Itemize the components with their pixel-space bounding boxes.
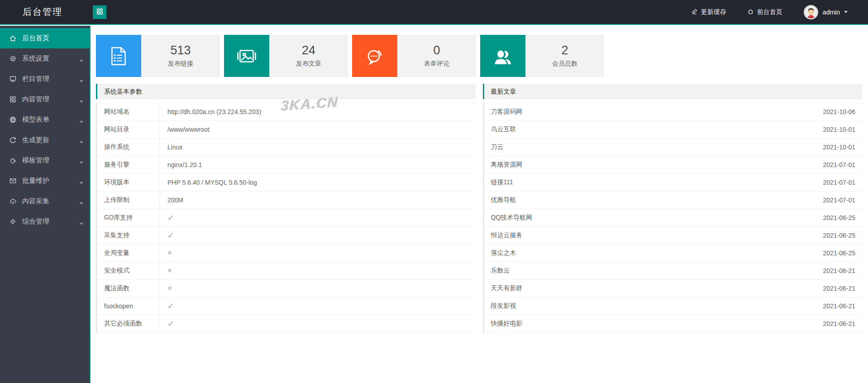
- avatar: [803, 5, 819, 20]
- article-list-item[interactable]: 刀客源码网 2021-10-06: [484, 103, 863, 121]
- table-row: 操作系统 Linux: [97, 139, 476, 156]
- home-icon: [747, 8, 754, 16]
- document-icon: [96, 35, 141, 77]
- latest-articles-list: 刀客源码网 2021-10-06 乌云互联 2021-10-01 刀云 2021…: [483, 103, 863, 333]
- article-title: 天天有新群: [491, 284, 523, 292]
- stat-label: 发布文章: [296, 60, 321, 68]
- article-list-item[interactable]: 快播好电影 2021-06-21: [484, 315, 863, 333]
- article-date: 2021-06-21: [823, 302, 855, 310]
- stat-card-articles: 24 发布文章: [224, 35, 348, 77]
- sidebar-item-columns[interactable]: 栏目管理: [0, 69, 90, 89]
- param-label: 全局变量: [97, 244, 160, 262]
- article-title: 乐数云: [491, 267, 510, 275]
- sidebar-item-content[interactable]: 内容管理: [0, 89, 90, 110]
- sidebar-item-collect[interactable]: 内容采集: [0, 191, 90, 211]
- sidebar-toggle-button[interactable]: [93, 5, 106, 19]
- image-icon: [224, 35, 269, 77]
- table-row: 安全模式 ×: [97, 262, 476, 280]
- param-value: nginx/1.20.1: [160, 156, 476, 173]
- chevron-down-icon: [80, 141, 83, 145]
- article-title: 优雅导航: [491, 196, 516, 204]
- chevron-down-icon: [80, 121, 83, 125]
- param-label: 网站目录: [97, 121, 160, 138]
- param-value: ×: [160, 244, 476, 262]
- param-label: 服务引擎: [97, 156, 160, 173]
- param-label: 魔法函数: [97, 280, 160, 297]
- chevron-down-icon: [844, 11, 848, 15]
- article-list-item[interactable]: 段友影视 2021-06-21: [484, 297, 863, 315]
- refresh-cache-button[interactable]: 更新缓存: [691, 8, 726, 16]
- article-list-item[interactable]: 链接111 2021-07-01: [484, 174, 863, 192]
- stat-label: 发布链接: [168, 60, 193, 68]
- app-title: 后台管理: [0, 6, 91, 18]
- article-date: 2021-10-06: [823, 108, 855, 115]
- param-value: PHP 5.6.40 / MYSQL 5.6.50-log: [160, 174, 476, 191]
- table-row: GD库支持 ✓: [97, 209, 476, 227]
- globe-icon: [9, 116, 17, 124]
- sidebar-item-dashboard[interactable]: 后台首页: [0, 28, 90, 48]
- sidebar-item-batch[interactable]: 批量维护: [0, 171, 90, 191]
- user-menu[interactable]: admin: [803, 5, 848, 20]
- stat-cards: 513 发布链接 24 发布文章 0 表单评论: [96, 35, 862, 77]
- article-title: 离殇资源网: [491, 161, 523, 169]
- article-list-item[interactable]: 落尘之木 2021-06-25: [484, 244, 863, 262]
- sidebar-item-generate[interactable]: 生成更新: [0, 130, 90, 150]
- param-value: 200M: [160, 192, 476, 209]
- diamond-icon: [9, 218, 17, 226]
- table-row: 网站域名 http://dh.020a.cn (23.224.55.203): [97, 103, 476, 121]
- article-title: 链接111: [491, 178, 513, 187]
- param-label: 采集支持: [97, 227, 160, 244]
- param-label: 环境版本: [97, 174, 160, 191]
- cloud-download-icon: [9, 197, 17, 206]
- system-params-table: 网站域名 http://dh.020a.cn (23.224.55.203) 网…: [96, 103, 476, 333]
- mail-icon: [9, 177, 17, 185]
- article-title: 落尘之木: [491, 249, 516, 257]
- article-list-item[interactable]: 乌云互联 2021-10-01: [484, 121, 863, 139]
- panels: 系统基本参数 网站域名 http://dh.020a.cn (23.224.55…: [96, 84, 862, 333]
- table-row: 全局变量 ×: [97, 244, 476, 262]
- table-row: 网站目录 /www/wwwroot: [97, 121, 476, 139]
- article-list-item[interactable]: QQ技术导航网 2021-06-25: [484, 209, 863, 227]
- article-date: 2021-10-01: [823, 144, 855, 151]
- article-list-item[interactable]: 刀云 2021-10-01: [484, 139, 863, 156]
- param-value: ✓: [160, 227, 476, 244]
- article-list-item[interactable]: 恒达云服务 2021-06-25: [484, 227, 863, 244]
- param-label: 上传限制: [97, 192, 160, 209]
- article-date: 2021-06-25: [823, 249, 855, 257]
- sidebar-item-model-form[interactable]: 模型表单: [0, 110, 90, 130]
- system-params-panel: 系统基本参数 网站域名 http://dh.020a.cn (23.224.55…: [96, 84, 476, 333]
- article-list-item[interactable]: 乐数云 2021-06-21: [484, 262, 863, 280]
- chevron-down-icon: [80, 60, 83, 64]
- refresh-cache-label: 更新缓存: [701, 8, 726, 16]
- table-row: 采集支持 ✓: [97, 227, 476, 244]
- eraser-icon: [691, 8, 698, 16]
- sidebar-item-system[interactable]: 系统设置: [0, 48, 90, 69]
- article-list-item[interactable]: 离殇资源网 2021-07-01: [484, 156, 863, 174]
- cup-icon: [9, 157, 17, 165]
- sidebar-item-templates[interactable]: 模板管理: [0, 150, 90, 171]
- front-home-button[interactable]: 前台首页: [747, 8, 782, 16]
- sidebar-item-misc[interactable]: 综合管理: [0, 211, 90, 232]
- param-label: fsockopen: [97, 297, 160, 315]
- stat-card-members: 2 会员总数: [480, 35, 604, 77]
- topbar: 后台管理 更新缓存 前台首页 admin: [0, 0, 868, 25]
- article-title: 刀云: [491, 143, 504, 151]
- grid-icon: [96, 8, 104, 17]
- chevron-down-icon: [80, 80, 83, 84]
- chevron-down-icon: [80, 202, 83, 206]
- chevron-down-icon: [80, 182, 83, 186]
- article-date: 2021-07-01: [823, 179, 855, 186]
- article-date: 2021-07-01: [823, 196, 855, 204]
- param-value: ✓: [160, 315, 476, 332]
- article-list-item[interactable]: 天天有新群 2021-06-21: [484, 280, 863, 297]
- stat-card-comments: 0 表单评论: [352, 35, 476, 77]
- topbar-actions: 更新缓存 前台首页 admin: [691, 5, 868, 20]
- stat-label: 表单评论: [424, 60, 449, 68]
- stat-value: 2: [561, 44, 568, 57]
- system-params-title: 系统基本参数: [96, 84, 476, 99]
- article-title: 乌云互联: [491, 125, 516, 134]
- chat-icon: [352, 35, 397, 77]
- latest-articles-panel: 最新文章 刀客源码网 2021-10-06 乌云互联 2021-10-01 刀云…: [483, 84, 863, 333]
- article-title: 快播好电影: [491, 320, 523, 328]
- article-list-item[interactable]: 优雅导航 2021-07-01: [484, 192, 863, 209]
